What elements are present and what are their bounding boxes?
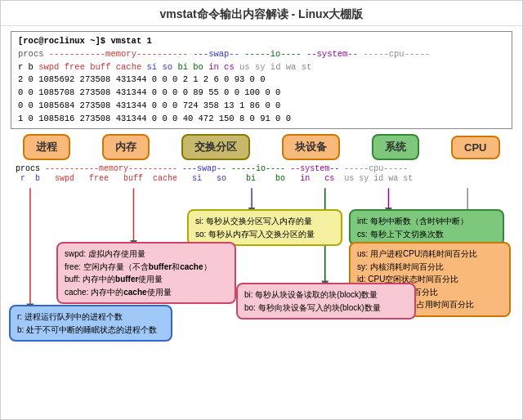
page-title: vmstat命令输出内容解读 - Linux大棚版 [1, 1, 522, 26]
cpu-detail-sy: sy: 内核消耗时间百分比 [357, 261, 503, 274]
swap-detail-line2: so: 每秒从内存写入交换分区的量 [195, 228, 334, 241]
mem-detail-free: free: 空闲内存量（不含buffer和cache） [65, 261, 228, 274]
procs-detail-r: r: 进程运行队列中的进程个数 [17, 311, 164, 324]
category-mem: 内存 [102, 134, 150, 160]
sys-detail-line2: cs: 每秒上下文切换次数 [357, 228, 496, 241]
terminal-row2: 0 0 1085708 273508 431344 0 0 0 0 89 55 … [18, 87, 505, 100]
vmstat-header-repeat: procs -----------memory---------- ---swa… [1, 163, 522, 174]
cpu-detail-us: us: 用户进程CPU消耗时间百分比 [357, 248, 503, 261]
terminal-row1: 2 0 1085692 273508 431344 0 0 0 2 1 2 6 … [18, 74, 505, 87]
io-detail-bi: bi: 每秒从块设备读取的块(block)数量 [244, 288, 408, 302]
terminal-row3: 0 0 1085684 273508 431344 0 0 0 724 358 … [18, 100, 505, 113]
sys-detail-box: int: 每秒中断数（含时钟中断） cs: 每秒上下文切换次数 [349, 209, 504, 246]
vmstat-cols-repeat: r b swpd free buff cache si so bi bo in … [1, 174, 522, 183]
category-cpu: CPU [451, 136, 499, 159]
io-detail-bo: bo: 每秒向块设备写入的块(block)数量 [244, 302, 408, 315]
terminal-header1: procs -----------memory---------- ---swa… [18, 48, 505, 61]
category-swap: 交换分区 [181, 134, 250, 160]
mem-detail-box: swpd: 虚拟内存使用量 free: 空闲内存量（不含buffer和cache… [56, 242, 236, 304]
procs-detail-b: b: 处于不可中断的睡眠状态的进程个数 [17, 324, 164, 337]
swap-detail-line1: si: 每秒从交换分区写入内存的量 [195, 215, 334, 228]
terminal-row4: 1 0 1085816 273508 431344 0 0 0 40 472 1… [18, 113, 505, 126]
category-sys: 系统 [372, 134, 419, 160]
category-block: 块设备 [282, 134, 340, 160]
terminal-block: [roc@roclinux ~]$ vmstat 1 procs -------… [11, 31, 512, 129]
sys-detail-line1: int: 每秒中断数（含时钟中断） [357, 215, 496, 228]
mem-detail-buff: buff: 内存中的buffer使用量 [65, 273, 228, 286]
swap-detail-box: si: 每秒从交换分区写入内存的量 so: 每秒从内存写入交换分区的量 [187, 209, 342, 246]
category-procs: 进程 [23, 134, 70, 160]
terminal-header2: r b swpd free buff cache si so bi bo in … [18, 61, 505, 74]
mem-detail-swpd: swpd: 虚拟内存使用量 [65, 248, 228, 261]
io-detail-box: bi: 每秒从块设备读取的块(block)数量 bo: 每秒向块设备写入的块(b… [236, 283, 416, 319]
detail-area: si: 每秒从交换分区写入内存的量 so: 每秒从内存写入交换分区的量 int:… [7, 186, 516, 358]
mem-detail-cache: cache: 内存中的cache使用量 [65, 286, 228, 299]
page-container: vmstat命令输出内容解读 - Linux大棚版 [roc@roclinux … [0, 0, 523, 420]
procs-detail-box: r: 进程运行队列中的进程个数 b: 处于不可中断的睡眠状态的进程个数 [9, 305, 172, 342]
category-row: 进程 内存 交换分区 块设备 系统 CPU [1, 134, 522, 160]
terminal-cmd: [roc@roclinux ~]$ vmstat 1 [18, 35, 505, 48]
